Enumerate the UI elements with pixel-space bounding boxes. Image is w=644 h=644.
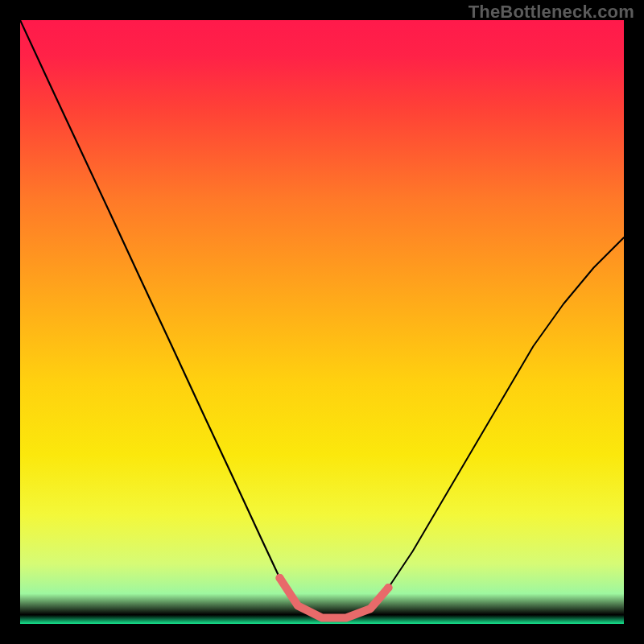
curve-marker — [385, 584, 393, 592]
chart-frame: TheBottleneck.com — [0, 0, 644, 644]
gradient-background — [20, 20, 624, 624]
plot-area — [20, 20, 624, 624]
chart-svg — [20, 20, 624, 624]
curve-marker — [276, 574, 284, 582]
